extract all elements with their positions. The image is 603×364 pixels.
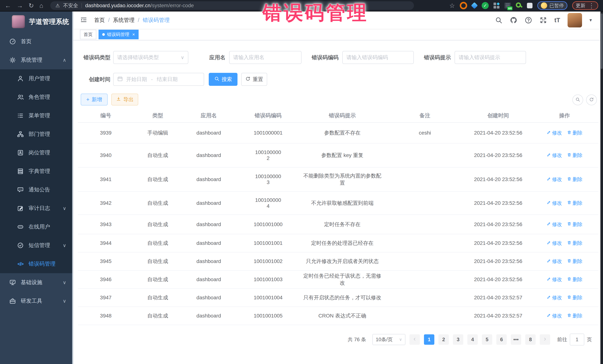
- sidebar-item-dict-management[interactable]: 字典管理: [0, 162, 73, 180]
- error-code-input[interactable]: 请输入错误码编码: [342, 51, 414, 64]
- edit-link[interactable]: 修改: [547, 258, 562, 265]
- extension-switch-icon[interactable]: on: [504, 2, 511, 9]
- fullscreen-icon[interactable]: [540, 16, 547, 24]
- edit-link[interactable]: 修改: [547, 200, 562, 207]
- breadcrumb: 首页 / 系统管理 / 错误码管理: [94, 16, 170, 24]
- breadcrumb-item[interactable]: 首页: [94, 16, 105, 24]
- extensions-puzzle-icon[interactable]: [527, 3, 533, 8]
- refresh-table-button[interactable]: [586, 95, 597, 105]
- tab-home[interactable]: 首页: [80, 30, 96, 39]
- role-management-icon: [16, 94, 24, 100]
- delete-link[interactable]: 删除: [567, 240, 583, 246]
- next-page-button[interactable]: [540, 334, 550, 345]
- address-bar[interactable]: ⚠ 不安全 dashboard.yudao.iocoder.cn/system/…: [50, 1, 414, 10]
- edit-link[interactable]: 修改: [547, 294, 562, 301]
- cell-remark: [384, 167, 466, 191]
- delete-link[interactable]: 删除: [567, 130, 583, 136]
- page-button-5[interactable]: 5: [482, 334, 492, 345]
- error-type-select[interactable]: 请选择错误码类型∨: [113, 51, 188, 64]
- edit-link[interactable]: 修改: [547, 312, 562, 319]
- delete-link[interactable]: 删除: [567, 312, 583, 319]
- edit-link[interactable]: 修改: [547, 152, 562, 159]
- tab-error-code[interactable]: 错误码管理 ×: [99, 30, 139, 39]
- app-name-input[interactable]: 请输入应用名: [229, 51, 302, 64]
- reload-icon[interactable]: ↻: [29, 0, 34, 11]
- close-tab-icon[interactable]: ×: [132, 32, 135, 37]
- sidebar-item-audit-log[interactable]: 审计日志∨: [0, 199, 73, 218]
- github-icon[interactable]: [510, 16, 517, 24]
- page-ellipsis[interactable]: •••: [511, 334, 521, 345]
- delete-link[interactable]: 删除: [567, 258, 583, 265]
- extension-grid-icon[interactable]: [494, 3, 499, 9]
- sidebar-menu: 首页系统管理∧用户管理角色管理菜单管理部门管理岗位管理字典管理通知公告审计日志∨…: [0, 32, 73, 310]
- sidebar-item-notice[interactable]: 通知公告: [0, 180, 73, 199]
- error-msg-input[interactable]: 请输入错误码提示: [454, 51, 526, 64]
- export-button[interactable]: 导出: [111, 94, 138, 105]
- calendar-icon: [117, 76, 123, 83]
- edit-link[interactable]: 修改: [547, 130, 562, 136]
- search-icon[interactable]: [495, 16, 502, 24]
- breadcrumb-item[interactable]: 系统管理: [113, 16, 135, 24]
- cell-app: dashboard: [182, 234, 236, 252]
- show-search-toggle-button[interactable]: [572, 95, 583, 105]
- edit-link[interactable]: 修改: [547, 176, 562, 183]
- page-button-6[interactable]: 6: [496, 334, 507, 345]
- edit-icon: [547, 277, 551, 282]
- prev-page-button[interactable]: [409, 334, 420, 345]
- sidebar-item-dev-tools[interactable]: 研发工具∨: [0, 292, 73, 310]
- forward-icon[interactable]: →: [17, 0, 23, 11]
- update-chip[interactable]: 更新 ⋮: [572, 1, 598, 10]
- page-button-3[interactable]: 3: [453, 334, 463, 345]
- sidebar-item-user-management[interactable]: 用户管理: [0, 69, 73, 88]
- page-size-select[interactable]: 10条/页∨: [372, 334, 406, 345]
- browser-menu-icon[interactable]: ⋮: [588, 0, 595, 11]
- extension-orange-icon[interactable]: [460, 2, 467, 9]
- window-scrollbar[interactable]: [600, 11, 603, 364]
- app-logo-row[interactable]: 芋道管理系统: [0, 11, 73, 31]
- delete-link[interactable]: 删除: [567, 221, 583, 228]
- goto-page-input[interactable]: [570, 334, 584, 345]
- scrollbar-thumb[interactable]: [601, 13, 603, 69]
- edit-link[interactable]: 修改: [547, 276, 562, 283]
- delete-link[interactable]: 删除: [567, 176, 583, 183]
- sidebar-item-dept-management[interactable]: 部门管理: [0, 125, 73, 143]
- edit-link[interactable]: 修改: [547, 240, 562, 246]
- sidebar-collapse-icon[interactable]: [80, 16, 87, 24]
- profile-chip[interactable]: 已暂停: [537, 1, 567, 10]
- user-avatar[interactable]: [568, 13, 582, 27]
- page-button-1[interactable]: 1: [424, 334, 434, 345]
- font-size-icon[interactable]: tT: [554, 17, 560, 24]
- sidebar-item-menu-management[interactable]: 菜单管理: [0, 106, 73, 125]
- add-button[interactable]: + 新增: [81, 94, 108, 105]
- bookmark-star-icon[interactable]: ☆: [449, 0, 455, 11]
- chevron-down-icon[interactable]: ▾: [590, 17, 592, 23]
- page-button-4[interactable]: 4: [467, 334, 478, 345]
- sidebar-item-system-management[interactable]: 系统管理∧: [0, 51, 73, 69]
- home-icon[interactable]: ⌂: [39, 0, 43, 11]
- cell-created: 2021-04-20 23:52:56: [466, 167, 531, 191]
- sidebar-item-error-code-management[interactable]: </>错误码管理: [0, 255, 73, 273]
- cell-code: 1001001005: [236, 307, 301, 325]
- back-icon[interactable]: ←: [5, 0, 11, 11]
- search-button[interactable]: 搜索: [209, 73, 237, 86]
- extension-green-icon[interactable]: ✓: [482, 2, 489, 9]
- reset-button[interactable]: 重置: [241, 73, 267, 86]
- sidebar-item-home[interactable]: 首页: [0, 32, 73, 51]
- sidebar-item-post-management[interactable]: 岗位管理: [0, 143, 73, 162]
- page-button-2[interactable]: 2: [439, 334, 449, 345]
- edit-link[interactable]: 修改: [547, 221, 562, 228]
- sidebar-item-online-users[interactable]: 在线用户: [0, 218, 73, 236]
- sidebar-item-sms-management[interactable]: 短信管理∨: [0, 236, 73, 255]
- extension-gem-icon[interactable]: [471, 2, 478, 9]
- page-button-8[interactable]: 8: [525, 334, 536, 345]
- sidebar-item-infrastructure[interactable]: 基础设施∨: [0, 273, 73, 292]
- extension-key-icon[interactable]: [516, 2, 522, 9]
- delete-link[interactable]: 删除: [567, 276, 583, 283]
- security-label: 不安全: [63, 2, 78, 9]
- date-range-picker[interactable]: 开始日期 - 结束日期: [113, 73, 204, 86]
- help-icon[interactable]: [525, 16, 532, 24]
- delete-link[interactable]: 删除: [567, 294, 583, 301]
- sidebar-item-role-management[interactable]: 角色管理: [0, 88, 73, 106]
- delete-link[interactable]: 删除: [567, 200, 583, 207]
- delete-link[interactable]: 删除: [567, 152, 583, 159]
